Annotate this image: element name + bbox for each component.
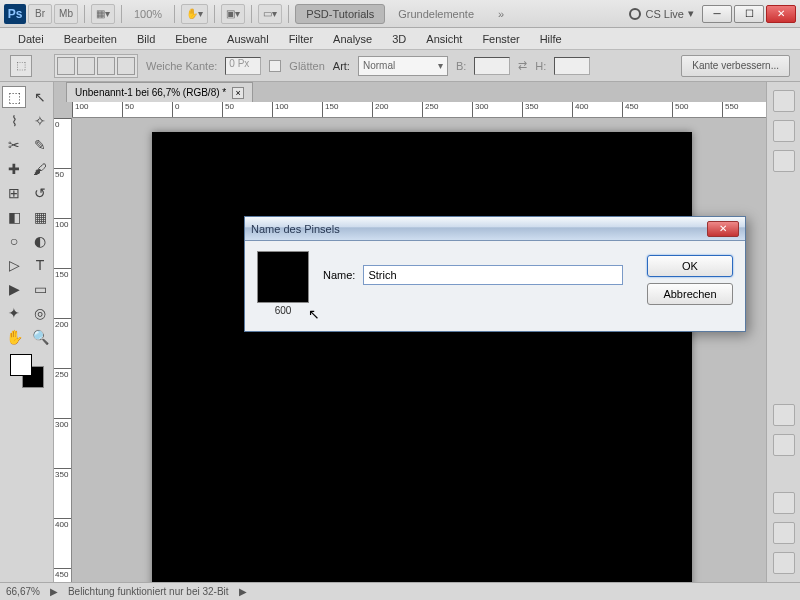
dialog-titlebar[interactable]: Name des Pinsels ✕: [245, 217, 745, 241]
gradient-tool[interactable]: ▦: [28, 206, 52, 228]
status-arrow-icon[interactable]: ▶: [50, 586, 58, 597]
app-logo: Ps: [4, 4, 26, 24]
eyedropper-tool[interactable]: ✎: [28, 134, 52, 156]
hand-tool[interactable]: ✋: [2, 326, 26, 348]
menu-ansicht[interactable]: Ansicht: [416, 30, 472, 48]
brush-size-label: 600: [275, 305, 292, 316]
workspace-tab-active[interactable]: PSD-Tutorials: [295, 4, 385, 24]
brush-name-dialog: Name des Pinsels ✕ 600 Name: OK Abbreche…: [244, 216, 746, 332]
menu-bar: Datei Bearbeiten Bild Ebene Auswahl Filt…: [0, 28, 800, 50]
subtract-selection-icon[interactable]: [97, 57, 115, 75]
history-brush-tool[interactable]: ↺: [28, 182, 52, 204]
arrange-button[interactable]: ▣▾: [221, 4, 245, 24]
workspace-tab-inactive[interactable]: Grundelemente: [387, 4, 485, 24]
menu-datei[interactable]: Datei: [8, 30, 54, 48]
color-panel-icon[interactable]: [773, 90, 795, 112]
status-message: Belichtung funktioniert nur bei 32-Bit: [68, 586, 229, 597]
magic-wand-tool[interactable]: ✧: [28, 110, 52, 132]
menu-auswahl[interactable]: Auswahl: [217, 30, 279, 48]
style-label: Art:: [333, 60, 350, 72]
path-selection-tool[interactable]: ▶: [2, 278, 26, 300]
bridge-button[interactable]: Br: [28, 4, 52, 24]
cslive-button[interactable]: CS Live ▾: [629, 7, 694, 20]
zoom-readout[interactable]: 100%: [128, 8, 168, 20]
selection-mode-buttons[interactable]: [54, 54, 138, 78]
height-input: [554, 57, 590, 75]
cancel-button[interactable]: Abbrechen: [647, 283, 733, 305]
swap-icon: ⇄: [518, 59, 527, 72]
menu-ebene[interactable]: Ebene: [165, 30, 217, 48]
antialias-checkbox[interactable]: [269, 60, 281, 72]
menu-analyse[interactable]: Analyse: [323, 30, 382, 48]
document-tab-title: Unbenannt-1 bei 66,7% (RGB/8) *: [75, 87, 226, 98]
new-selection-icon[interactable]: [57, 57, 75, 75]
workspace: ⬚ ↖ ⌇ ✧ ✂ ✎ ✚ 🖌 ⊞ ↺ ◧ ▦ ○ ◐ ▷ T ▶ ▭ ✦ ◎ …: [0, 82, 800, 582]
menu-bearbeiten[interactable]: Bearbeiten: [54, 30, 127, 48]
color-swatches[interactable]: [10, 354, 44, 388]
menu-3d[interactable]: 3D: [382, 30, 416, 48]
dodge-tool[interactable]: ◐: [28, 230, 52, 252]
move-tool[interactable]: ↖: [28, 86, 52, 108]
hand-tool-button[interactable]: ✋▾: [181, 4, 208, 24]
document-tab[interactable]: Unbenannt-1 bei 66,7% (RGB/8) * ×: [66, 82, 253, 102]
menu-filter[interactable]: Filter: [279, 30, 323, 48]
style-select[interactable]: Normal▾: [358, 56, 448, 76]
zoom-tool[interactable]: 🔍: [28, 326, 52, 348]
eraser-tool[interactable]: ◧: [2, 206, 26, 228]
options-bar: ⬚ Weiche Kante: 0 Px Glätten Art: Normal…: [0, 50, 800, 82]
name-field-label: Name:: [323, 269, 355, 281]
dialog-title: Name des Pinsels: [251, 223, 340, 235]
pen-tool[interactable]: ▷: [2, 254, 26, 276]
ruler-horizontal: 1005005010015020025030035040045050055060…: [72, 102, 766, 118]
ok-button[interactable]: OK: [647, 255, 733, 277]
foreground-color[interactable]: [10, 354, 32, 376]
right-panel-dock: [766, 82, 800, 582]
paths-panel-icon[interactable]: [773, 552, 795, 574]
canvas-viewport[interactable]: [72, 118, 766, 582]
adjustments-panel-icon[interactable]: [773, 404, 795, 426]
brush-name-input[interactable]: [363, 265, 623, 285]
status-bar: 66,67% ▶ Belichtung funktioniert nur bei…: [0, 582, 800, 600]
refine-edge-button[interactable]: Kante verbessern...: [681, 55, 790, 77]
channels-panel-icon[interactable]: [773, 522, 795, 544]
menu-hilfe[interactable]: Hilfe: [530, 30, 572, 48]
stamp-tool[interactable]: ⊞: [2, 182, 26, 204]
styles-panel-icon[interactable]: [773, 150, 795, 172]
close-button[interactable]: ✕: [766, 5, 796, 23]
menu-fenster[interactable]: Fenster: [472, 30, 529, 48]
lasso-tool[interactable]: ⌇: [2, 110, 26, 132]
3d-camera-tool[interactable]: ◎: [28, 302, 52, 324]
ruler-vertical: 050100150200250300350400450500550600: [54, 118, 72, 582]
masks-panel-icon[interactable]: [773, 434, 795, 456]
minimize-button[interactable]: ─: [702, 5, 732, 23]
add-selection-icon[interactable]: [77, 57, 95, 75]
tool-preset-icon[interactable]: ⬚: [10, 55, 32, 77]
width-label: B:: [456, 60, 466, 72]
marquee-tool[interactable]: ⬚: [2, 86, 26, 108]
feather-label: Weiche Kante:: [146, 60, 217, 72]
view-extras-button[interactable]: ▦▾: [91, 4, 115, 24]
blur-tool[interactable]: ○: [2, 230, 26, 252]
swatches-panel-icon[interactable]: [773, 120, 795, 142]
shape-tool[interactable]: ▭: [28, 278, 52, 300]
brush-tool[interactable]: 🖌: [28, 158, 52, 180]
minibridge-button[interactable]: Mb: [54, 4, 78, 24]
status-zoom[interactable]: 66,67%: [6, 586, 40, 597]
brush-preview: 600: [257, 251, 309, 316]
screen-mode-button[interactable]: ▭▾: [258, 4, 282, 24]
intersect-selection-icon[interactable]: [117, 57, 135, 75]
3d-tool[interactable]: ✦: [2, 302, 26, 324]
feather-input[interactable]: 0 Px: [225, 57, 261, 75]
dialog-close-button[interactable]: ✕: [707, 221, 739, 237]
status-arrow2-icon[interactable]: ▶: [239, 586, 247, 597]
document-tab-close-icon[interactable]: ×: [232, 87, 244, 99]
workspace-more[interactable]: »: [487, 4, 515, 24]
canvas[interactable]: [152, 132, 692, 582]
maximize-button[interactable]: ☐: [734, 5, 764, 23]
antialias-label: Glätten: [289, 60, 324, 72]
healing-brush-tool[interactable]: ✚: [2, 158, 26, 180]
type-tool[interactable]: T: [28, 254, 52, 276]
layers-panel-icon[interactable]: [773, 492, 795, 514]
crop-tool[interactable]: ✂: [2, 134, 26, 156]
menu-bild[interactable]: Bild: [127, 30, 165, 48]
